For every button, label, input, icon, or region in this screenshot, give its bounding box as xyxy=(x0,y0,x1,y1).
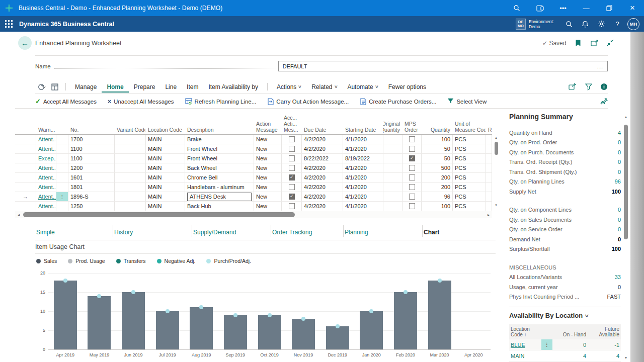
cell-location[interactable]: MAIN xyxy=(146,163,185,172)
cell-variant[interactable] xyxy=(115,135,146,144)
accepted-checkbox[interactable] xyxy=(289,165,295,171)
titlebar-tabs-icon[interactable] xyxy=(528,0,551,16)
scrollbar-thumb[interactable] xyxy=(624,125,628,239)
accept-all-messages-button[interactable]: ✓Accept All Messages xyxy=(35,98,97,105)
cell-warn[interactable]: Attent... xyxy=(36,144,56,153)
availability-by-location-title[interactable]: Availability By Location∨ xyxy=(509,312,621,319)
summary-value[interactable]: 33 xyxy=(615,274,621,280)
cell-no[interactable]: 1601 xyxy=(68,173,115,182)
cell-uom[interactable]: PCS xyxy=(453,192,486,201)
accepted-checkbox[interactable] xyxy=(289,155,295,161)
settings-gear-icon[interactable] xyxy=(593,16,609,32)
cell-location[interactable]: MAIN xyxy=(146,192,185,201)
cell-re[interactable] xyxy=(486,135,492,144)
cell-starting[interactable]: 4/1/2020 xyxy=(343,173,383,182)
on-hand-value[interactable]: 4 xyxy=(552,350,588,361)
cell-due[interactable]: 4/2/2020 xyxy=(302,173,343,182)
cell-warn[interactable]: Attent... xyxy=(36,192,56,201)
on-hand-value[interactable]: 0 xyxy=(552,339,588,350)
name-input[interactable]: DEFAULT... xyxy=(278,61,608,71)
row-menu-icon[interactable] xyxy=(56,154,68,163)
column-header-location[interactable]: Location Code xyxy=(146,112,185,134)
filter-icon[interactable] xyxy=(585,83,592,90)
menu-item-fewer-options[interactable]: Fewer options xyxy=(383,81,431,93)
cell-orig_qty[interactable] xyxy=(383,154,403,163)
cell-uom[interactable]: PCS xyxy=(453,163,486,172)
row-selector[interactable] xyxy=(15,163,36,172)
bar-sep-2019[interactable] xyxy=(224,315,247,349)
cell-description[interactable]: Chrome Bell xyxy=(185,173,254,182)
unaccept-all-messages-button[interactable]: ×Unaccept All Messages xyxy=(108,98,174,105)
menu-item-related[interactable]: Related ∨ xyxy=(306,81,342,93)
row-menu-icon[interactable]: ⋮ xyxy=(56,192,68,201)
row-selector[interactable] xyxy=(15,144,36,153)
availability-row[interactable]: BLUE⋮0-1 xyxy=(509,339,621,350)
cell-menu[interactable] xyxy=(56,173,68,182)
cell-accepted[interactable] xyxy=(282,192,302,201)
scroll-up-icon[interactable]: ▴ xyxy=(623,115,629,121)
point-apr-2019[interactable] xyxy=(63,279,67,283)
cell-due[interactable]: 4/2/2020 xyxy=(302,135,343,144)
cell-location[interactable]: MAIN xyxy=(146,202,185,211)
cell-uom[interactable]: PCS xyxy=(453,154,486,163)
appbar-search-icon[interactable] xyxy=(561,16,577,32)
restore-button[interactable] xyxy=(598,0,621,16)
cell-variant[interactable] xyxy=(115,173,146,182)
cell-warn[interactable]: Attent... xyxy=(36,202,56,211)
cell-warn[interactable]: Attent... xyxy=(36,135,56,144)
menu-item-item[interactable]: Item xyxy=(182,81,203,93)
cell-mps[interactable] xyxy=(403,192,422,201)
bar-oct-2019[interactable] xyxy=(258,315,281,349)
column-header-menu[interactable] xyxy=(56,112,68,134)
summary-value[interactable]: 0 xyxy=(618,159,621,165)
cell-orig_qty[interactable] xyxy=(383,173,403,182)
cell-re[interactable] xyxy=(486,163,492,172)
cell-variant[interactable] xyxy=(115,202,146,211)
cell-action[interactable]: New xyxy=(254,173,282,182)
cell-location[interactable]: MAIN xyxy=(146,154,185,163)
cell-description[interactable]: Brake xyxy=(185,135,254,144)
cell-action[interactable]: New xyxy=(254,135,282,144)
back-button[interactable]: ← xyxy=(18,36,32,50)
accepted-checkbox[interactable] xyxy=(289,194,295,200)
cell-accepted[interactable] xyxy=(282,183,302,192)
availability-column-header[interactable]: LocationCode ↑ xyxy=(509,324,541,339)
bar-mar-2020[interactable] xyxy=(428,281,451,349)
bar-dec-2019[interactable] xyxy=(326,326,349,349)
cell-qty[interactable]: 100 xyxy=(422,135,453,144)
accepted-checkbox[interactable] xyxy=(289,146,295,152)
summary-value[interactable]: 0 xyxy=(618,226,621,232)
row-menu-icon[interactable] xyxy=(56,163,68,172)
cell-no[interactable]: 1801 xyxy=(68,183,115,192)
point-jul-2019[interactable] xyxy=(166,309,170,313)
bar-nov-2019[interactable] xyxy=(292,319,315,349)
cell-mps[interactable] xyxy=(403,154,422,163)
cell-starting[interactable]: 4/1/2020 xyxy=(343,163,383,172)
mps-checkbox[interactable] xyxy=(409,203,415,209)
column-header-accepted[interactable]: Acc...Acti...Mes... xyxy=(282,112,302,134)
cell-mps[interactable] xyxy=(403,202,422,211)
mps-checkbox[interactable] xyxy=(409,146,415,152)
menu-item-automate[interactable]: Automate ∨ xyxy=(342,81,383,93)
cell-description[interactable]: ATHENS Desk xyxy=(185,192,254,201)
page-scrollbar[interactable]: ▴ ▾ xyxy=(623,115,629,360)
cell-uom[interactable]: PCS xyxy=(453,144,486,153)
column-header-starting[interactable]: Starting Date xyxy=(343,112,383,134)
bar-jun-2019[interactable] xyxy=(122,292,145,349)
cell-location[interactable]: MAIN xyxy=(146,183,185,192)
cell-accepted[interactable] xyxy=(282,154,302,163)
cell-re[interactable] xyxy=(486,202,492,211)
cell-due[interactable]: 4/2/2020 xyxy=(302,192,343,201)
cell-variant[interactable] xyxy=(115,192,146,201)
cell-due[interactable]: 4/2/2020 xyxy=(302,163,343,172)
cycle-views-icon[interactable] xyxy=(35,83,48,91)
close-button[interactable]: × xyxy=(621,0,644,16)
cell-no[interactable]: 1200 xyxy=(68,163,115,172)
cell-re[interactable] xyxy=(486,144,492,153)
table-row[interactable]: Excep...1100MAINFront WheelNew8/22/20228… xyxy=(15,154,492,163)
table-row[interactable]: Attent...1601MAINChrome BellNew4/2/20204… xyxy=(15,173,492,183)
cell-uom[interactable]: PCS xyxy=(453,173,486,182)
cell-orig_qty[interactable] xyxy=(383,192,403,201)
cell-location[interactable]: MAIN xyxy=(146,144,185,153)
point-feb-2020[interactable] xyxy=(404,290,408,294)
